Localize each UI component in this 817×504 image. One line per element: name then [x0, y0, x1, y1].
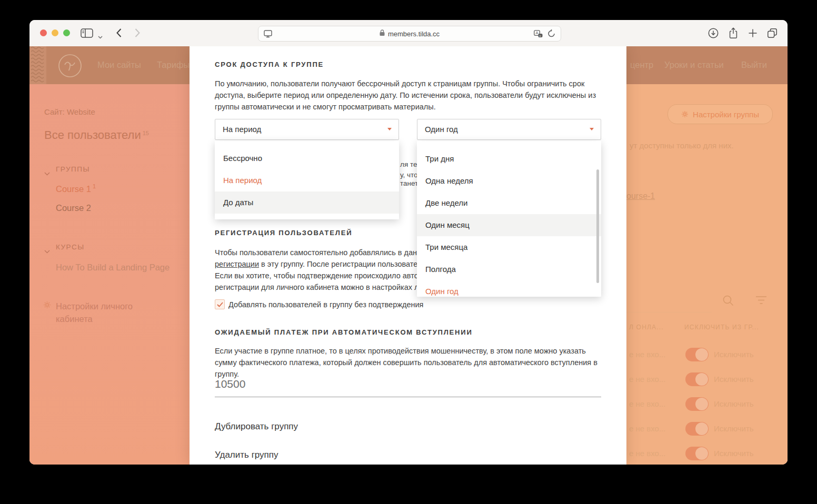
- dropdown-option[interactable]: Две недели: [417, 192, 601, 214]
- group-settings-button[interactable]: Настройки группы: [667, 104, 773, 124]
- dropdown-option[interactable]: Три месяца: [417, 236, 601, 258]
- page-content: Мои сайты Тарифы центр Уроки и статьи Вы…: [29, 46, 788, 465]
- search-underline: [626, 312, 712, 313]
- registration-section-title: РЕГИСТРАЦИЯ ПОЛЬЗОВАТЕЛЕЙ: [215, 229, 352, 237]
- nav-item-tariffs[interactable]: Тарифы: [157, 60, 190, 70]
- registration-link[interactable]: регистрации: [215, 260, 259, 268]
- nav-item-logout[interactable]: Выйти: [741, 60, 767, 70]
- exclude-toggle[interactable]: [685, 447, 709, 460]
- dropdown-option-hovered[interactable]: До даты: [215, 191, 399, 214]
- sidebar-item-all-users[interactable]: Все пользователи15: [44, 128, 149, 142]
- downloads-icon[interactable]: [708, 27, 719, 41]
- toggle-label: Исключить: [714, 424, 754, 433]
- covered-text-fragment: танет: [400, 179, 418, 187]
- tilda-logo[interactable]: [58, 54, 82, 80]
- nav-item-my-sites[interactable]: Мои сайты: [97, 60, 141, 70]
- sidebar-item-course-2[interactable]: Course 2: [56, 203, 91, 213]
- member-cell: е не вхо...: [629, 375, 665, 384]
- dropdown-option-selected[interactable]: Один год: [417, 280, 601, 303]
- group-settings-modal: СРОК ДОСТУПА К ГРУППЕ По умолчанию, поль…: [190, 46, 626, 465]
- registration-text-line: Если вы хотите, чтобы подтверждение прои…: [215, 270, 418, 281]
- duration-select[interactable]: Один год: [417, 119, 601, 140]
- dropdown-option[interactable]: Одна неделя: [417, 170, 601, 192]
- dropdown-option[interactable]: Полгода: [417, 258, 601, 280]
- back-icon[interactable]: [116, 28, 122, 39]
- tab-overview-icon[interactable]: [766, 27, 778, 41]
- filter-icon[interactable]: [755, 296, 767, 307]
- chevron-down-icon[interactable]: [98, 32, 103, 41]
- column-header-online[interactable]: Л ОНЛА...: [629, 324, 664, 331]
- scrollbar[interactable]: [596, 169, 599, 283]
- duplicate-group-link[interactable]: Дублировать группу: [215, 421, 298, 432]
- registration-text-line: регистрации в эту группу. После регистра…: [215, 258, 418, 270]
- column-header-exclude[interactable]: ИСКЛЮЧИТЬ ИЗ ГР...: [684, 324, 759, 331]
- dropdown-option-selected[interactable]: На период: [215, 169, 399, 191]
- sidebar-site-label: Сайт: Website: [44, 107, 95, 116]
- courses-chevron-icon[interactable]: [44, 246, 50, 256]
- gear-icon: [681, 110, 689, 118]
- sidebar-item-landing-course[interactable]: How To Build a Landing Page: [56, 263, 170, 273]
- partial-description-text: ут доступны только для них.: [630, 141, 734, 150]
- covered-text-fragment: у, что: [400, 171, 417, 179]
- course-1-count: 1: [93, 183, 96, 189]
- sidebar-item-course-1[interactable]: Course 11: [56, 184, 96, 194]
- svg-text:A: A: [536, 31, 539, 35]
- gear-icon[interactable]: [43, 301, 51, 311]
- exclude-toggle[interactable]: [685, 372, 709, 386]
- auto-confirm-checkbox[interactable]: [215, 299, 225, 309]
- lock-icon: [380, 29, 385, 38]
- sidebar-section-groups[interactable]: ГРУППЫ: [56, 165, 90, 173]
- access-section-title: СРОК ДОСТУПА К ГРУППЕ: [215, 61, 324, 68]
- sidebar-toggle-icon[interactable]: [81, 28, 93, 40]
- registration-text-line: регистрации для личного кабинета можно в…: [215, 281, 418, 293]
- groups-chevron-icon[interactable]: [44, 168, 50, 178]
- exclude-toggle[interactable]: [685, 422, 709, 436]
- dropdown-option[interactable]: Три дня: [417, 148, 601, 170]
- toggle-label: Исключить: [714, 350, 754, 359]
- member-cell: е не вхо...: [629, 399, 665, 408]
- expected-payment-input[interactable]: [215, 378, 331, 390]
- nav-item-lessons[interactable]: Уроки и статьи: [664, 60, 724, 70]
- toggle-label: Исключить: [714, 449, 754, 458]
- sidebar-item-account-settings[interactable]: Настройки личного кабинета: [56, 300, 151, 325]
- toggle-label: Исключить: [714, 399, 754, 408]
- minimize-window-button[interactable]: [52, 29, 58, 36]
- partial-course-link[interactable]: ourse-1: [626, 191, 655, 201]
- period-select-value: На период: [223, 125, 261, 134]
- search-icon[interactable]: [722, 295, 734, 309]
- registration-text-line: Чтобы пользователи самостоятельно добавл…: [215, 247, 418, 258]
- delete-group-link[interactable]: Удалить группу: [215, 450, 278, 460]
- auto-confirm-checkbox-label[interactable]: Добавлять пользователей в группу без под…: [228, 300, 423, 309]
- zoom-window-button[interactable]: [63, 29, 70, 36]
- member-cell: е не вхо...: [629, 350, 665, 359]
- dropdown-option[interactable]: Бессрочно: [215, 147, 399, 169]
- table-row: е не вхо... Исключить: [626, 446, 788, 462]
- forward-icon[interactable]: [135, 28, 140, 39]
- check-icon: [217, 302, 223, 307]
- translate-icon[interactable]: A x: [534, 30, 543, 40]
- address-bar[interactable]: members.tilda.cc A x: [258, 26, 561, 42]
- sidebar: Сайт: Website Все пользователи15 ГРУППЫ …: [29, 84, 190, 465]
- period-dropdown-list: Бессрочно На период До даты: [215, 141, 399, 219]
- page-preview-icon[interactable]: [264, 30, 272, 40]
- payment-description: Если участие в группе платное, то в целя…: [215, 345, 604, 380]
- sidebar-section-courses[interactable]: КУРСЫ: [56, 243, 85, 251]
- close-window-button[interactable]: [40, 29, 47, 36]
- dropdown-option-hovered[interactable]: Один месяц: [417, 214, 601, 236]
- registration-text: в эту группу. После регистрации пользова…: [259, 260, 418, 268]
- exclude-toggle[interactable]: [685, 348, 709, 361]
- period-select[interactable]: На период: [215, 119, 399, 140]
- share-icon[interactable]: [728, 27, 739, 42]
- table-row: е не вхо... Исключить: [626, 397, 788, 412]
- chevron-down-icon: [590, 128, 594, 130]
- new-tab-icon[interactable]: [748, 28, 758, 41]
- member-cell: е не вхо...: [629, 449, 665, 458]
- table-row: е не вхо... Исключить: [626, 421, 788, 437]
- nav-item-help-center-partial[interactable]: центр: [630, 60, 653, 70]
- exclude-toggle[interactable]: [685, 397, 709, 411]
- payment-section-title: ОЖИДАЕМЫЙ ПЛАТЕЖ ПРИ АВТОМАТИЧЕСКОМ ВСТУ…: [215, 328, 473, 336]
- reload-icon[interactable]: [547, 29, 555, 40]
- toggle-label: Исключить: [714, 375, 754, 384]
- duration-dropdown-list: Три дня Одна неделя Две недели Один меся…: [417, 141, 601, 297]
- url-text: members.tilda.cc: [388, 30, 440, 38]
